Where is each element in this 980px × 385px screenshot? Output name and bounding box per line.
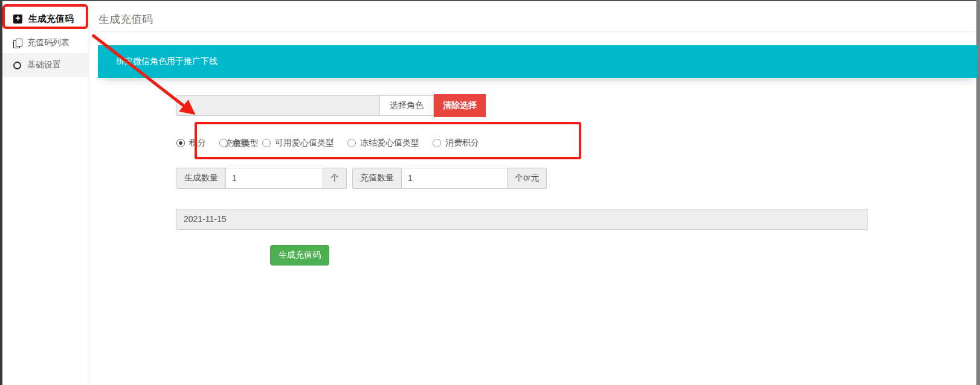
radio-option-available-love-value[interactable]: 可用爱心值类型	[262, 138, 334, 148]
select-role-button[interactable]: 选择角色	[379, 95, 434, 116]
circle-icon	[13, 62, 21, 69]
recharge-qty-group: 充值数量 个or元	[352, 168, 547, 189]
plus-square-icon	[13, 14, 22, 24]
sidebar-item-label: 基础设置	[27, 60, 61, 71]
radio-label: 冻结爱心值类型	[360, 138, 419, 148]
radio-label: 可用爱心值类型	[275, 138, 334, 148]
generate-qty-unit: 个	[323, 168, 347, 189]
recharge-type-row: 积分 余额 可用爱心值类型 冻结爱心值类型 消费积分	[176, 133, 479, 153]
radio-label: 积分	[189, 138, 206, 148]
wechat-role-row: 选择角色 清除选择	[176, 94, 486, 118]
recharge-qty-input[interactable]	[401, 168, 508, 189]
radio-option-points[interactable]: 积分	[176, 138, 206, 148]
page-title: 生成充值码	[98, 12, 153, 27]
radio-unchecked-icon[interactable]	[219, 139, 228, 147]
generate-code-button[interactable]: 生成充值码	[270, 245, 329, 266]
recharge-code-admin-page: 生成充值码 充值码列表 基础设置 生成充值码 绑定微信角色用于推广下线 微信角色…	[0, 0, 980, 385]
radio-option-frozen-love-value[interactable]: 冻结爱心值类型	[347, 138, 419, 148]
radio-label: 余额	[232, 138, 249, 148]
radio-unchecked-icon[interactable]	[433, 139, 441, 147]
title-divider	[98, 31, 973, 32]
radio-option-consume-points[interactable]: 消费积分	[433, 138, 479, 148]
info-banner: 绑定微信角色用于推广下线	[98, 45, 978, 78]
recharge-qty-addon-label: 充值数量	[352, 168, 401, 189]
radio-unchecked-icon[interactable]	[347, 139, 356, 147]
recharge-qty-unit: 个or元	[508, 168, 547, 189]
wechat-role-input[interactable]	[176, 95, 379, 116]
validity-date-input[interactable]	[176, 209, 868, 230]
radio-unchecked-icon[interactable]	[262, 139, 271, 147]
sidebar-item-basic-settings[interactable]: 基础设置	[2, 53, 89, 77]
sidebar-item-label: 充值码列表	[27, 37, 69, 48]
sidebar-item-generate-code[interactable]: 生成充值码	[2, 7, 89, 30]
copy-icon	[13, 39, 21, 48]
generate-qty-group: 生成数量 个	[176, 168, 347, 189]
code-settings-row: 生成数量 个 充值数量 个or元	[176, 167, 547, 189]
sidebar: 生成充值码 充值码列表 基础设置	[2, 1, 89, 385]
clear-selection-button[interactable]: 清除选择	[434, 94, 486, 117]
radio-label: 消费积分	[445, 138, 479, 148]
main-content: 生成充值码 绑定微信角色用于推广下线	[89, 1, 976, 385]
validity-row	[176, 208, 868, 230]
radio-option-balance[interactable]: 余额	[219, 138, 249, 148]
generate-qty-input[interactable]	[225, 168, 323, 189]
sidebar-item-label: 生成充值码	[28, 13, 74, 25]
radio-checked-icon[interactable]	[176, 139, 185, 147]
generate-qty-addon-label: 生成数量	[176, 168, 225, 189]
sidebar-item-code-list[interactable]: 充值码列表	[2, 33, 89, 53]
